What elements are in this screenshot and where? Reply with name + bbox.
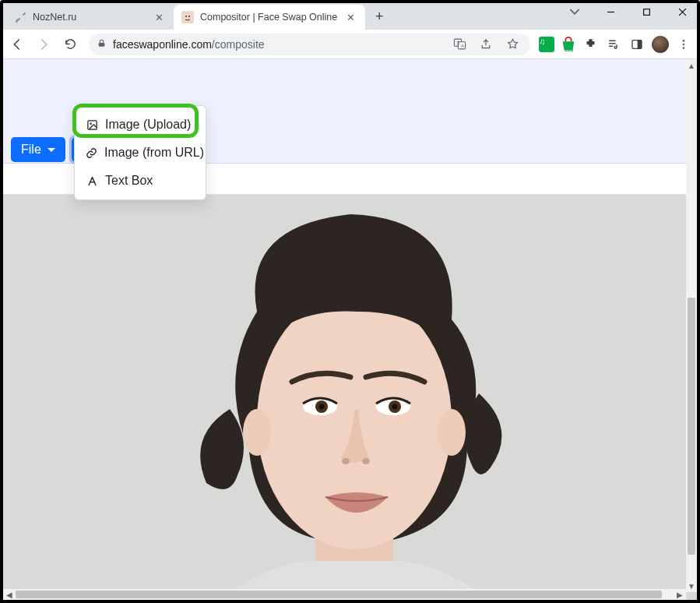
scroll-left-icon[interactable]: ◀ bbox=[3, 589, 16, 600]
file-menu-button[interactable]: File bbox=[11, 137, 65, 162]
svg-rect-5 bbox=[643, 9, 649, 15]
horizontal-scrollbar[interactable]: ◀ ▶ bbox=[3, 589, 686, 600]
face-icon bbox=[181, 11, 194, 23]
svg-point-19 bbox=[683, 40, 685, 42]
reload-button[interactable] bbox=[58, 33, 83, 56]
address-bar[interactable]: faceswaponline.com/composite 文A bbox=[89, 34, 530, 55]
tab-title: NozNet.ru bbox=[33, 12, 146, 23]
file-menu-label: File bbox=[21, 143, 41, 157]
svg-rect-8 bbox=[99, 42, 105, 46]
window-maximize-button[interactable] bbox=[628, 0, 664, 23]
translate-icon[interactable]: 文A bbox=[449, 34, 470, 55]
svg-point-36 bbox=[90, 122, 92, 125]
portrait-image bbox=[101, 195, 600, 600]
font-icon bbox=[86, 175, 98, 187]
canvas-area[interactable] bbox=[3, 195, 697, 600]
svg-rect-18 bbox=[638, 40, 642, 48]
svg-rect-1 bbox=[181, 11, 194, 23]
vertical-scrollbar[interactable]: ▲ ▼ bbox=[686, 59, 697, 592]
svg-point-0 bbox=[16, 19, 19, 22]
link-icon bbox=[86, 147, 97, 159]
dropdown-item-image-url[interactable]: Image (from URL) bbox=[75, 139, 206, 167]
extension-icons: ♫ 20s bbox=[536, 34, 695, 55]
forward-button[interactable] bbox=[31, 33, 56, 56]
window-controls bbox=[557, 0, 700, 23]
star-icon[interactable] bbox=[502, 34, 522, 55]
svg-point-20 bbox=[683, 43, 685, 45]
svg-point-2 bbox=[185, 16, 187, 17]
svg-point-26 bbox=[438, 409, 466, 456]
dropdown-item-image-upload[interactable]: Image (Upload) bbox=[75, 111, 206, 139]
new-tab-button[interactable]: + bbox=[368, 5, 390, 27]
svg-point-32 bbox=[392, 404, 397, 410]
window-minimize-button[interactable] bbox=[593, 0, 628, 23]
browser-tab-inactive[interactable]: NozNet.ru ✕ bbox=[6, 5, 174, 30]
wrench-icon bbox=[14, 11, 26, 23]
svg-text:A: A bbox=[460, 44, 463, 48]
dropdown-item-label: Image (from URL) bbox=[104, 146, 204, 160]
music-extension-icon[interactable]: ♫ bbox=[536, 34, 557, 55]
scrollbar-track[interactable] bbox=[16, 589, 674, 600]
chevron-down-icon[interactable] bbox=[557, 0, 593, 23]
browser-titlebar: NozNet.ru ✕ Compositor | Face Swap Onlin… bbox=[0, 0, 700, 30]
playlist-icon[interactable] bbox=[603, 34, 624, 55]
browser-toolbar: faceswaponline.com/composite 文A ♫ 20s bbox=[0, 30, 700, 59]
insert-dropdown: Image (Upload) Image (from URL) Text Box bbox=[74, 105, 206, 200]
scroll-right-icon[interactable]: ▶ bbox=[674, 589, 686, 600]
svg-point-34 bbox=[362, 458, 370, 464]
svg-point-25 bbox=[243, 409, 271, 456]
extensions-icon[interactable] bbox=[580, 34, 600, 55]
caret-down-icon bbox=[47, 148, 55, 152]
scroll-down-icon[interactable]: ▼ bbox=[686, 580, 697, 592]
svg-text:20s: 20s bbox=[565, 47, 573, 52]
svg-point-31 bbox=[318, 404, 324, 410]
share-icon[interactable] bbox=[476, 34, 496, 55]
tab-title: Compositor | Face Swap Online bbox=[200, 12, 337, 23]
close-icon[interactable]: ✕ bbox=[152, 10, 166, 24]
lock-icon bbox=[97, 38, 107, 51]
dropdown-item-label: Text Box bbox=[105, 174, 153, 188]
image-icon bbox=[86, 119, 98, 131]
svg-point-33 bbox=[342, 458, 350, 464]
url-text: faceswaponline.com/composite bbox=[113, 38, 443, 51]
scroll-up-icon[interactable]: ▲ bbox=[686, 59, 697, 72]
back-button[interactable] bbox=[5, 33, 30, 56]
svg-point-21 bbox=[683, 47, 685, 49]
window-close-button[interactable] bbox=[664, 0, 700, 23]
panel-icon[interactable] bbox=[627, 34, 647, 55]
shopping-extension-icon[interactable]: 20s bbox=[560, 36, 577, 53]
close-icon[interactable]: ✕ bbox=[343, 10, 357, 24]
scroll-thumb[interactable] bbox=[16, 591, 662, 598]
browser-tab-active[interactable]: Compositor | Face Swap Online ✕ bbox=[174, 5, 365, 30]
scroll-thumb[interactable] bbox=[688, 298, 695, 555]
menu-icon[interactable] bbox=[674, 34, 694, 55]
svg-point-3 bbox=[188, 16, 190, 17]
dropdown-item-text-box[interactable]: Text Box bbox=[75, 167, 206, 195]
profile-avatar[interactable] bbox=[650, 34, 670, 55]
svg-rect-35 bbox=[87, 120, 96, 129]
scrollbar-track[interactable] bbox=[686, 72, 697, 580]
dropdown-item-label: Image (Upload) bbox=[105, 118, 191, 132]
